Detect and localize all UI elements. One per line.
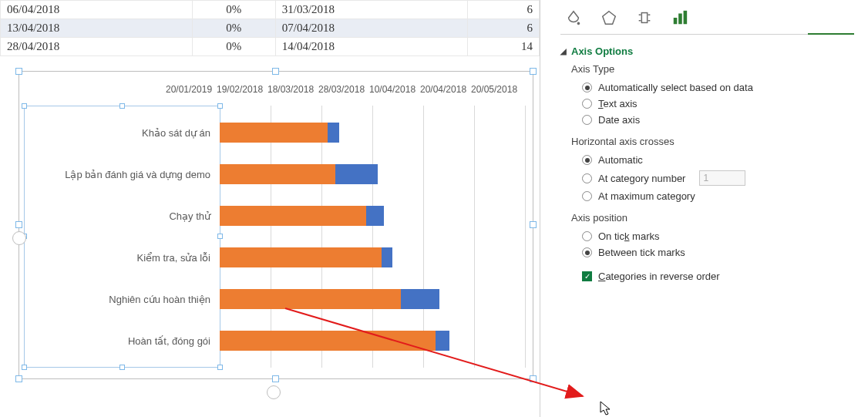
at-category-number-input[interactable]: [699, 170, 745, 186]
resize-handle[interactable]: [272, 68, 279, 75]
radio-icon: [582, 247, 592, 257]
axis-type-label: Axis Type: [571, 63, 854, 75]
plot-area[interactable]: Khảo sát dự án Lập bản đánh giá và dựng …: [27, 112, 525, 365]
table-row: 06/04/2018 0% 31/03/2018 6: [1, 1, 540, 19]
radio-icon: [582, 191, 592, 201]
h-cross-label: Horizontal axis crosses: [571, 136, 854, 147]
category-label[interactable]: Nghiên cứu hoàn thiện: [27, 294, 220, 305]
fill-line-icon[interactable]: [565, 9, 582, 26]
checkbox-categories-reverse[interactable]: Categories in reverse order: [560, 268, 854, 284]
radio-hcross-auto[interactable]: Automatic: [571, 152, 854, 168]
axis-options-icon[interactable]: [671, 9, 688, 26]
resize-handle[interactable]: [530, 221, 537, 228]
cell[interactable]: 0%: [192, 38, 275, 56]
resize-handle[interactable]: [272, 375, 279, 382]
svg-rect-2: [674, 18, 678, 24]
embedded-chart[interactable]: 20/01/201919/02/201818/03/201828/03/2018…: [19, 71, 533, 379]
selection-circle: [12, 231, 26, 245]
resize-handle[interactable]: [530, 68, 537, 75]
size-properties-icon[interactable]: [636, 9, 653, 26]
radio-icon: [582, 115, 592, 125]
resize-handle[interactable]: [15, 68, 22, 75]
category-label[interactable]: Khảo sát dự án: [27, 127, 220, 139]
radio-icon: [582, 99, 592, 109]
cell[interactable]: 14/04/2018: [275, 38, 467, 56]
category-label[interactable]: Lập bản đánh giá và dựng demo: [27, 169, 220, 180]
cell[interactable]: 6: [467, 1, 539, 19]
radio-axispos-on-tick[interactable]: On tick marks: [571, 228, 854, 244]
radio-hcross-at-category[interactable]: At category number: [571, 168, 854, 188]
svg-rect-3: [678, 14, 682, 25]
cell[interactable]: 06/04/2018: [1, 1, 193, 19]
cell[interactable]: 07/04/2018: [275, 19, 467, 38]
cell[interactable]: 28/04/2018: [1, 38, 193, 56]
svg-rect-4: [684, 11, 688, 24]
radio-icon: [582, 155, 592, 165]
cursor-icon: [600, 401, 614, 416]
worksheet-area: 06/04/2018 0% 31/03/2018 6 13/04/2018 0%…: [0, 0, 540, 417]
table-row: 28/04/2018 0% 14/04/2018 14: [1, 38, 540, 56]
data-table[interactable]: 06/04/2018 0% 31/03/2018 6 13/04/2018 0%…: [0, 0, 540, 56]
cell[interactable]: 14: [467, 38, 539, 56]
radio-hcross-at-max[interactable]: At maximum category: [571, 188, 854, 204]
category-label[interactable]: Chạy thử: [27, 210, 220, 222]
radio-icon: [582, 231, 592, 241]
pane-tabs: [560, 9, 854, 26]
checkbox-icon: [582, 271, 592, 281]
svg-marker-0: [603, 12, 616, 25]
category-label[interactable]: Hoàn tất, đóng gói: [27, 335, 220, 347]
cell[interactable]: 0%: [192, 1, 275, 19]
radio-axis-type-text[interactable]: Text axis: [571, 96, 854, 112]
cell[interactable]: 13/04/2018: [1, 19, 193, 38]
resize-handle[interactable]: [530, 375, 537, 382]
collapse-triangle-icon: ◢: [560, 47, 567, 55]
cell[interactable]: 6: [467, 19, 539, 38]
axis-position-label: Axis position: [571, 212, 854, 224]
cell[interactable]: 0%: [192, 19, 275, 38]
radio-axispos-between-tick[interactable]: Between tick marks: [571, 244, 854, 261]
category-label[interactable]: Kiểm tra, sửa lỗi: [27, 252, 220, 264]
table-row: 13/04/2018 0% 07/04/2018 6: [1, 19, 540, 38]
resize-handle[interactable]: [15, 221, 22, 228]
radio-axis-type-auto[interactable]: Automatically select based on data: [571, 79, 854, 96]
effects-icon[interactable]: [601, 9, 617, 26]
radio-axis-type-date[interactable]: Date axis: [571, 112, 854, 128]
x-axis-labels[interactable]: 20/01/201919/02/201818/03/201828/03/2018…: [166, 84, 525, 95]
format-axis-pane: ◢ Axis Options Axis Type Automatically s…: [540, 0, 868, 417]
radio-icon: [582, 173, 592, 183]
selection-circle: [267, 385, 281, 399]
svg-rect-1: [641, 13, 647, 23]
resize-handle[interactable]: [15, 375, 22, 382]
axis-options-section-header[interactable]: ◢ Axis Options: [560, 45, 854, 57]
radio-icon: [582, 82, 592, 92]
cell[interactable]: 31/03/2018: [275, 1, 467, 19]
